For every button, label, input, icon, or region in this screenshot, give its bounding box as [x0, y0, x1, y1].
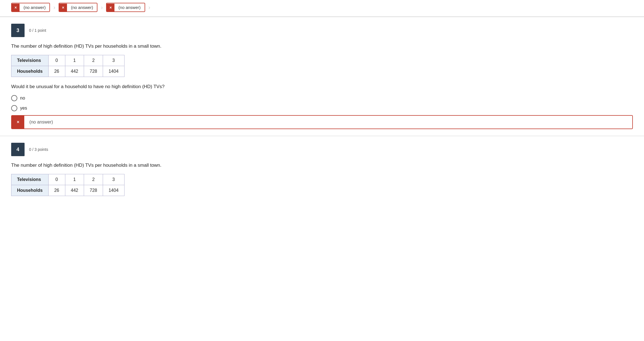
radio-no[interactable]: no — [11, 95, 633, 101]
question-4-text: The number of high definition (HD) TVs p… — [11, 162, 633, 169]
q4-table-header-label: Televisions — [11, 174, 49, 185]
q4-table-val-3: 1404 — [103, 185, 124, 196]
no-answer-x-3: × — [107, 4, 114, 11]
question-4-table: Televisions 0 1 2 3 Households 26 442 72… — [11, 174, 125, 196]
top-bar: × (no answer) › × (no answer) › × (no an… — [0, 0, 644, 17]
no-answer-badge-3: × (no answer) — [106, 3, 145, 12]
table-val-3: 1404 — [103, 66, 124, 77]
no-answer-badge-2: × (no answer) — [59, 3, 97, 12]
no-answer-input-wrapper: × (no answer) — [11, 115, 633, 129]
question-4-header: 4 0 / 3 points — [11, 143, 633, 156]
q4-table-val-0: 26 — [48, 185, 65, 196]
no-answer-input-x: × — [12, 116, 24, 129]
table-header-1: 1 — [65, 55, 84, 66]
question-4-number: 4 — [11, 143, 25, 156]
page-wrapper: × (no answer) › × (no answer) › × (no an… — [0, 0, 644, 341]
radio-no-circle[interactable] — [11, 95, 17, 101]
divider-1: › — [53, 4, 55, 11]
radio-yes-circle[interactable] — [11, 105, 17, 111]
table-row-households: Households 26 442 728 1404 — [11, 66, 125, 77]
q4-table-row-label: Households — [11, 185, 49, 196]
question-3-text: The number of high definition (HD) TVs p… — [11, 43, 633, 50]
no-answer-text-2: (no answer) — [67, 3, 97, 11]
no-answer-text-1: (no answer) — [20, 3, 49, 11]
q4-table-header-2: 2 — [84, 174, 103, 185]
radio-no-label: no — [20, 96, 25, 101]
question-4-section: 4 0 / 3 points The number of high defini… — [0, 136, 644, 209]
table-row-label: Households — [11, 66, 49, 77]
divider-3: › — [149, 4, 150, 11]
table-header-2: 2 — [84, 55, 103, 66]
table-header-label: Televisions — [11, 55, 49, 66]
no-answer-input-text: (no answer) — [24, 116, 632, 129]
no-answer-badge-1: × (no answer) — [11, 3, 50, 12]
question-3-header: 3 0 / 1 point — [11, 24, 633, 37]
question-3-number: 3 — [11, 24, 25, 37]
table-header-3: 3 — [103, 55, 124, 66]
table-row-headers: Televisions 0 1 2 3 — [11, 55, 125, 66]
q4-table-val-1: 442 — [65, 185, 84, 196]
no-answer-x-2: × — [59, 4, 67, 11]
question-3-sub-text: Would it be unusual for a household to h… — [11, 83, 633, 90]
radio-yes[interactable]: yes — [11, 105, 633, 111]
question-3-table: Televisions 0 1 2 3 Households 26 442 72… — [11, 55, 125, 77]
q4-table-row-households: Households 26 442 728 1404 — [11, 185, 125, 196]
q4-table-header-1: 1 — [65, 174, 84, 185]
table-val-1: 442 — [65, 66, 84, 77]
no-answer-x-1: × — [12, 4, 20, 11]
question-3-section: 3 0 / 1 point The number of high definit… — [0, 17, 644, 136]
q4-table-header-0: 0 — [48, 174, 65, 185]
q4-table-header-3: 3 — [103, 174, 124, 185]
radio-yes-label: yes — [20, 106, 27, 111]
table-header-0: 0 — [48, 55, 65, 66]
table-val-2: 728 — [84, 66, 103, 77]
table-val-0: 26 — [48, 66, 65, 77]
no-answer-text-3: (no answer) — [114, 3, 144, 11]
q4-table-row-headers: Televisions 0 1 2 3 — [11, 174, 125, 185]
question-4-points: 0 / 3 points — [29, 147, 48, 152]
divider-2: › — [101, 4, 103, 11]
q4-table-val-2: 728 — [84, 185, 103, 196]
question-3-points: 0 / 1 point — [29, 28, 46, 33]
